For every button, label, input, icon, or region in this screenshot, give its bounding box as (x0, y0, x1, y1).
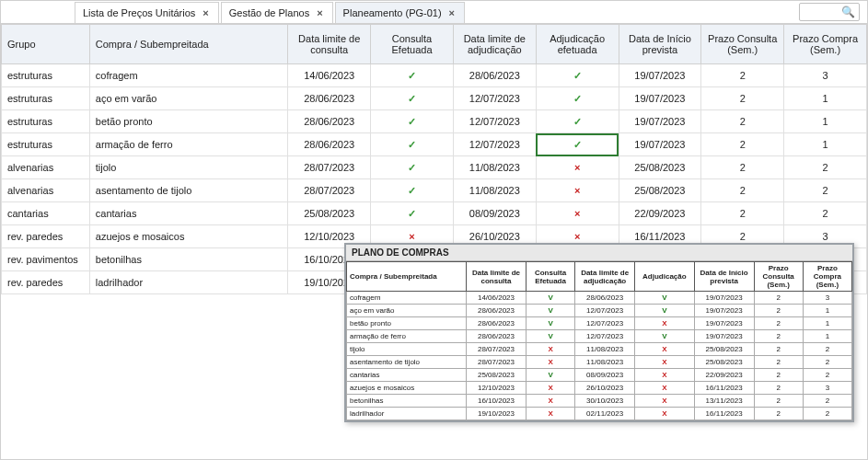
cell-dla[interactable]: 11/08/2023 (453, 179, 536, 202)
cell-di[interactable]: 19/07/2023 (619, 64, 701, 87)
cell-pcp[interactable]: 3 (784, 64, 867, 87)
ov-col-adj[interactable]: Adjudicação (635, 262, 694, 292)
cell-pc[interactable]: 2 (754, 292, 803, 305)
ov-col-dla[interactable]: Data limite de adjudicação (575, 262, 635, 292)
cell-pc[interactable]: 2 (701, 64, 784, 87)
cell-compra[interactable]: tijolo (89, 156, 288, 179)
cell-compra[interactable]: betão pronto (347, 317, 467, 330)
cell-pc[interactable]: 2 (754, 330, 803, 343)
cell-pcp[interactable]: 2 (784, 202, 867, 225)
cell-dlc[interactable]: 28/06/2023 (288, 133, 371, 156)
cell-compra[interactable]: azuejos e mosaicos (347, 382, 467, 395)
ov-col-dlc[interactable]: Data limite de consulta (466, 262, 526, 292)
cell-ae[interactable]: ✓ (536, 64, 619, 87)
cell-dlc[interactable]: 28/07/2023 (466, 343, 526, 356)
cell-pcp[interactable]: 1 (803, 305, 851, 317)
cell-pcp[interactable]: 2 (784, 156, 867, 179)
ov-col-pc[interactable]: Prazo Consulta (Sem.) (754, 262, 803, 292)
cell-compra[interactable]: betonilhas (347, 395, 467, 408)
cell-di[interactable]: 19/07/2023 (619, 110, 701, 133)
cell-pcp[interactable]: 2 (784, 179, 867, 202)
cell-ae[interactable]: V (635, 292, 694, 305)
cell-ae[interactable]: × (536, 179, 619, 202)
cell-compra[interactable]: cantarias (347, 369, 467, 382)
cell-pc[interactable]: 2 (754, 317, 803, 330)
cell-compra[interactable]: cofragem (89, 64, 288, 87)
col-adj-efet[interactable]: Adjudicação efetuada (536, 25, 619, 64)
cell-pcp[interactable]: 2 (803, 343, 851, 356)
col-compra[interactable]: Compra / Subempreitada (89, 25, 288, 64)
cell-dla[interactable]: 08/09/2023 (575, 369, 635, 382)
cell-dla[interactable]: 02/11/2023 (575, 408, 635, 420)
cell-pcp[interactable]: 3 (803, 382, 851, 395)
cell-ae[interactable]: X (635, 317, 694, 330)
cell-compra[interactable]: asentamento de tijolo (347, 356, 467, 369)
col-dl-adj[interactable]: Data limite de adjudicação (453, 25, 536, 64)
table-row[interactable]: tijolo28/07/2023X11/08/2023X25/08/202322 (347, 343, 852, 356)
cell-pcp[interactable]: 1 (784, 110, 867, 133)
cell-dla[interactable]: 11/08/2023 (575, 343, 635, 356)
cell-dlc[interactable]: 16/10/2023 (466, 395, 526, 408)
table-row[interactable]: cantariascantarias25/08/2023✓08/09/2023×… (2, 202, 867, 225)
cell-pcp[interactable]: 1 (784, 87, 867, 110)
cell-grupo[interactable]: rev. pavimentos (2, 248, 90, 271)
cell-grupo[interactable]: estruturas (2, 133, 90, 156)
cell-pcp[interactable]: 2 (803, 395, 851, 408)
cell-di[interactable]: 25/08/2023 (619, 156, 701, 179)
cell-grupo[interactable]: rev. paredes (2, 225, 90, 248)
cell-compra[interactable]: cofragem (347, 292, 467, 305)
cell-dla[interactable]: 12/07/2023 (575, 305, 635, 317)
cell-dla[interactable]: 12/07/2023 (453, 133, 536, 156)
cell-ce[interactable]: V (526, 369, 574, 382)
cell-dlc[interactable]: 28/06/2023 (288, 87, 371, 110)
cell-dla[interactable]: 12/07/2023 (575, 317, 635, 330)
cell-ce[interactable]: V (526, 330, 574, 343)
table-row[interactable]: cantarias25/08/2023V08/09/2023X22/09/202… (347, 369, 852, 382)
cell-pc[interactable]: 2 (701, 179, 784, 202)
cell-dla[interactable]: 12/07/2023 (575, 330, 635, 343)
cell-grupo[interactable]: rev. paredes (2, 271, 90, 294)
cell-compra[interactable]: asentamento de tijolo (89, 179, 288, 202)
cell-dla[interactable]: 30/10/2023 (575, 395, 635, 408)
cell-compra[interactable]: cantarias (89, 202, 288, 225)
cell-ae[interactable]: × (536, 202, 619, 225)
col-dl-consulta[interactable]: Data limite de consulta (288, 25, 371, 64)
cell-dlc[interactable]: 25/08/2023 (466, 369, 526, 382)
cell-pcp[interactable]: 1 (803, 317, 851, 330)
table-row[interactable]: alvenariastijolo28/07/2023✓11/08/2023×25… (2, 156, 867, 179)
cell-di[interactable]: 16/11/2023 (694, 382, 754, 395)
cell-di[interactable]: 19/07/2023 (694, 305, 754, 317)
cell-pcp[interactable]: 2 (803, 369, 851, 382)
cell-pc[interactable]: 2 (701, 133, 784, 156)
cell-ce[interactable]: V (526, 292, 574, 305)
cell-pc[interactable]: 2 (701, 110, 784, 133)
table-row[interactable]: alvenariasasentamento de tijolo28/07/202… (2, 179, 867, 202)
cell-ae[interactable]: X (635, 356, 694, 369)
cell-pc[interactable]: 2 (754, 305, 803, 317)
table-row[interactable]: cofragem14/06/2023V28/06/2023V19/07/2023… (347, 292, 852, 305)
cell-compra[interactable]: ladrilhador (89, 271, 288, 294)
col-prazo-comp[interactable]: Prazo Compra (Sem.) (784, 25, 867, 64)
cell-pc[interactable]: 2 (754, 382, 803, 395)
cell-di[interactable]: 25/08/2023 (694, 343, 754, 356)
table-row[interactable]: estruturasarmação de ferro28/06/2023✓12/… (2, 133, 867, 156)
search-input[interactable]: 🔍 (799, 3, 860, 21)
cell-ae[interactable]: ✓ (536, 87, 619, 110)
cell-pc[interactable]: 2 (754, 369, 803, 382)
cell-dlc[interactable]: 19/10/2023 (466, 408, 526, 420)
cell-ce[interactable]: ✓ (371, 202, 454, 225)
cell-dla[interactable]: 28/06/2023 (453, 64, 536, 87)
cell-ce[interactable]: ✓ (371, 110, 454, 133)
table-row[interactable]: azuejos e mosaicos12/10/2023X26/10/2023X… (347, 382, 852, 395)
cell-dlc[interactable]: 14/06/2023 (466, 292, 526, 305)
cell-di[interactable]: 25/08/2023 (694, 356, 754, 369)
ov-col-pcp[interactable]: Prazo Compra (Sem.) (803, 262, 851, 292)
cell-dla[interactable]: 28/06/2023 (575, 292, 635, 305)
cell-pcp[interactable]: 3 (803, 292, 851, 305)
cell-compra[interactable]: armação de ferro (89, 133, 288, 156)
cell-dlc[interactable]: 28/06/2023 (466, 317, 526, 330)
table-row[interactable]: betão pronto28/06/2023V12/07/2023X19/07/… (347, 317, 852, 330)
cell-di[interactable]: 13/11/2023 (694, 395, 754, 408)
cell-ae[interactable]: X (635, 408, 694, 420)
plano-compras-panel[interactable]: PLANO DE COMPRAS Compra / Subempreitada … (344, 243, 854, 422)
